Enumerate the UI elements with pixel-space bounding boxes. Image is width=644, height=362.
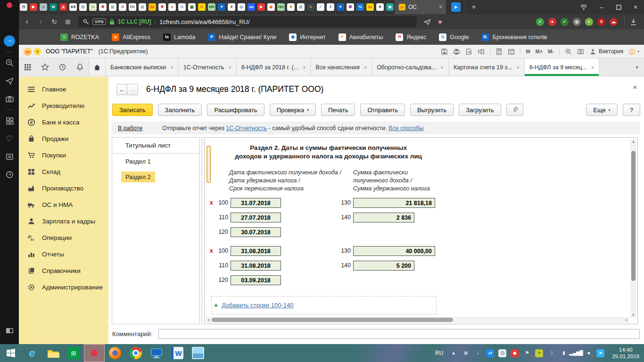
bookmark-item[interactable]: ✈ Авиабилеты [339, 33, 383, 41]
browser-tab[interactable]: ⚜ [286, 0, 296, 14]
close-tab-icon[interactable] [439, 4, 442, 10]
sum-field-130[interactable]: 21 818,18 [353, 198, 435, 208]
bookmark-item[interactable]: В. Бронювання готелів [482, 33, 547, 41]
browser-tab[interactable]: ⚜ [375, 0, 385, 14]
start-button[interactable] [0, 344, 22, 362]
app-tab[interactable]: Все начисления [311, 58, 372, 76]
browser-tab[interactable]: 1с [148, 0, 157, 14]
print-icon[interactable] [453, 48, 460, 55]
browser-tab[interactable]: G [177, 0, 187, 14]
scale-m[interactable]: М [526, 49, 530, 54]
browser-tab[interactable]: ▤ [108, 0, 118, 14]
export-file-icon[interactable] [465, 48, 472, 55]
browser-tab[interactable]: M [49, 0, 58, 14]
date-field-100[interactable]: 31.07.2018 [231, 198, 281, 208]
forward-icon[interactable]: › [35, 16, 46, 28]
apps-grid-icon[interactable] [19, 58, 36, 76]
1c-reporting-link[interactable]: 1С-Отчетность [226, 125, 267, 132]
search-history-icon[interactable] [3, 57, 16, 69]
taskbar-firefox[interactable] [105, 344, 125, 362]
split-columns-icon[interactable] [577, 48, 584, 55]
delete-rows-icon[interactable] [210, 199, 213, 206]
browser-tab[interactable]: С [197, 0, 207, 14]
scrollbar-thumb[interactable] [212, 318, 453, 322]
splitter[interactable] [201, 137, 203, 324]
menu-item-administration[interactable]: Администрирование [19, 279, 108, 296]
app-tab[interactable]: Оборотно-сальдова... [372, 58, 449, 76]
bookmark-item[interactable]: Я Яндекс [396, 33, 426, 41]
extension-icon[interactable]: S [597, 18, 605, 26]
save-button[interactable]: Записать [112, 104, 153, 116]
history-icon[interactable] [54, 58, 71, 76]
vpn-badge[interactable]: VPN [92, 18, 106, 25]
messenger-icon[interactable] [4, 35, 15, 47]
security-badge[interactable]: 1C LLC [RU] [118, 18, 151, 25]
browser-tab[interactable]: ▶ [256, 0, 266, 14]
bookmark-item[interactable]: ☺ ROZETKA [60, 33, 99, 41]
browser-tab[interactable]: ∞ [88, 0, 98, 14]
close-icon[interactable] [170, 65, 173, 70]
tabs-overflow-icon[interactable]: ▾ [630, 58, 644, 76]
close-icon[interactable] [228, 65, 231, 70]
favorites-star-icon[interactable] [36, 58, 54, 76]
browser-tab[interactable]: ▤ [138, 0, 148, 14]
nav-section-1[interactable]: Раздел 1 [112, 154, 199, 169]
menu-item-reports[interactable]: Отчеты [19, 246, 108, 263]
extension-icon[interactable]: ✓ [536, 18, 544, 26]
close-window-button[interactable]: × [627, 0, 644, 14]
browser-tab-telegram[interactable]: ➤ [446, 0, 466, 14]
decrypt-button[interactable]: Расшифровать [207, 104, 264, 116]
sum-field-140[interactable]: 2 836 [353, 213, 414, 222]
sum-field-140[interactable]: 5 200 [353, 261, 414, 271]
url-text[interactable]: 1cfresh.com/a/ea/646658/ru_RU/ [159, 18, 250, 25]
browser-tab-active[interactable]: 1с ОС [395, 0, 446, 14]
browser-tab[interactable]: ◉ [266, 0, 276, 14]
extension-icon[interactable]: ☁ [610, 18, 618, 26]
tray-icon[interactable]: ➤ [596, 349, 604, 357]
scroll-left-icon[interactable]: ◂ [206, 317, 211, 323]
panel-toggle-icon[interactable] [3, 324, 16, 337]
close-icon[interactable] [516, 65, 519, 70]
extension-icon[interactable]: ✓ [561, 18, 569, 26]
scrollbar-thumb[interactable] [631, 151, 636, 281]
taskbar-store[interactable]: ⊞ [63, 344, 84, 362]
browser-tab[interactable]: 1с [365, 0, 375, 14]
check-button[interactable]: Проверка▾ [270, 104, 316, 116]
status-state-link[interactable]: В работе [118, 125, 142, 132]
taskbar-word[interactable]: W [167, 344, 188, 362]
horizontal-scrollbar[interactable]: ◂ ▸ [206, 317, 629, 323]
browser-tab[interactable]: ❂ [346, 0, 355, 14]
taskbar-explorer[interactable] [42, 344, 63, 362]
tray-icon[interactable]: ◄ ✕ [584, 349, 592, 357]
vertical-scrollbar[interactable]: ▲ ▼ [630, 139, 636, 318]
calendar-icon[interactable]: 31 [508, 48, 515, 55]
tray-icon[interactable]: ⇣ [474, 349, 482, 357]
app-menu-dropdown-icon[interactable]: ▾ [34, 48, 41, 55]
extension-icon[interactable]: ● [548, 18, 556, 26]
my-flow-icon[interactable] [3, 74, 16, 87]
news-icon[interactable] [3, 150, 16, 163]
browser-tab[interactable]: ▤ [296, 0, 306, 14]
menu-item-directories[interactable]: Справочники [19, 263, 108, 279]
browser-tab[interactable]: ✱ [157, 0, 167, 14]
bookmark-heart-icon[interactable] [438, 18, 442, 26]
comment-input[interactable] [158, 329, 640, 339]
browser-tab[interactable]: ▶ [29, 0, 39, 14]
fill-button[interactable]: Заполнить [158, 104, 202, 116]
forward-button[interactable]: → [127, 84, 138, 95]
tab-menu-icon[interactable] [574, 0, 593, 14]
browser-tab[interactable]: @ [237, 0, 247, 14]
scroll-up-icon[interactable]: ▲ [630, 139, 636, 144]
browser-tab[interactable]: НН [207, 0, 217, 14]
browser-tab[interactable]: ПС [128, 0, 138, 14]
help-button[interactable]: ? [623, 104, 640, 116]
nav-section-2[interactable]: Раздел 2 [112, 169, 199, 185]
close-icon[interactable] [364, 65, 367, 70]
browser-tab[interactable]: Д [58, 0, 68, 14]
scroll-down-icon[interactable]: ▼ [630, 312, 636, 318]
tray-icon[interactable]: ▮ [560, 349, 568, 357]
browser-tab[interactable]: Л [118, 0, 128, 14]
browser-tab[interactable]: ✦ [336, 0, 346, 14]
bookmark-item[interactable]: ◉ Интернет [289, 33, 326, 41]
tray-icon[interactable]: ▣ [462, 349, 470, 357]
